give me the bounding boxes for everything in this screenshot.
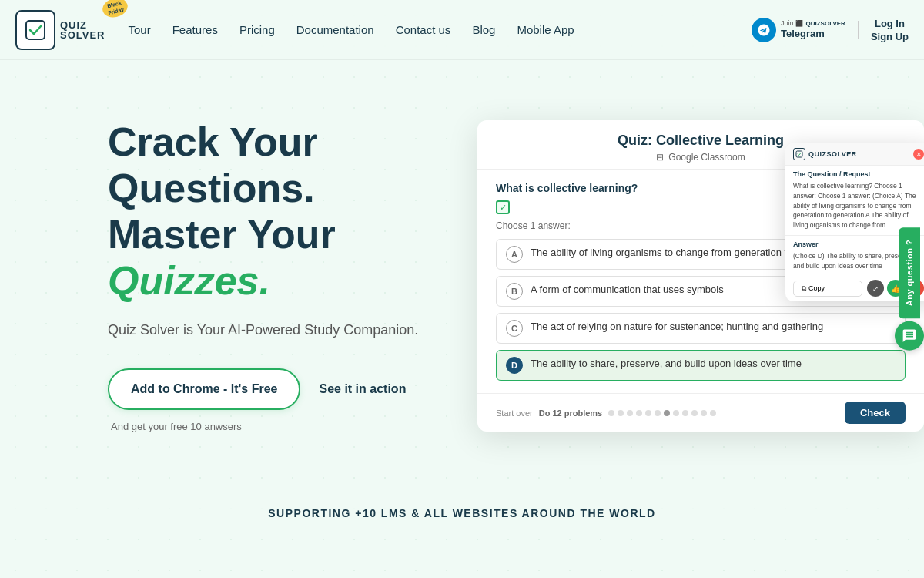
svg-rect-1 [796, 151, 802, 157]
see-in-action-link[interactable]: See it in action [319, 382, 406, 396]
logo-quiz: QUIZ [60, 20, 105, 30]
copy-icon: ⧉ [802, 284, 806, 293]
telegram-icon [752, 18, 776, 42]
nav-auth: Log In Sign Up [871, 18, 909, 42]
logo-checkmark-icon [25, 19, 46, 41]
telegram-text: Join ⬛ QUIZSOLVER Telegram [781, 19, 845, 39]
side-chat-label[interactable]: Any question ? [899, 227, 920, 318]
telegram-join-label: Join ⬛ QUIZSOLVER [781, 19, 845, 28]
progress-dots [608, 410, 716, 416]
dot-5 [645, 410, 651, 416]
nav-signup-button[interactable]: Sign Up [871, 31, 909, 42]
nav-login-button[interactable]: Log In [875, 18, 905, 29]
hero-left: Crack Your Questions. Master Your Quizze… [108, 119, 477, 432]
option-text-d: The ability to share, preserve, and buil… [531, 357, 802, 371]
dot-10 [691, 410, 698, 416]
navbar: QUIZ SOLVER BlackFriday Tour Features Pr… [0, 0, 924, 60]
solver-close-button[interactable]: ✕ [913, 149, 924, 160]
option-text-c: The act of relying on nature for sustena… [531, 320, 823, 334]
dot-8 [673, 410, 679, 416]
nav-mobile[interactable]: Mobile App [517, 23, 574, 36]
option-letter-a: A [506, 246, 523, 263]
hero-heading-italic: Quizzes. [108, 258, 270, 303]
nav-links: Tour Features Pricing Documentation Cont… [129, 23, 752, 36]
google-classroom-icon: ⊟ [656, 152, 664, 163]
check-button[interactable]: Check [845, 402, 906, 424]
support-banner: SUPPORTING +10 LMS & ALL WEBSITES AROUND… [0, 492, 924, 535]
expand-button[interactable]: ⤢ [867, 280, 884, 297]
do-problems-label: Do 12 problems [539, 408, 603, 418]
logo-badge: BlackFriday [101, 0, 130, 20]
hero-heading-line2-plain: Master Your [108, 212, 336, 257]
quiz-checkbox-icon: ✓ [496, 200, 510, 214]
logo-solver: SOLVER [60, 30, 105, 40]
quiz-footer: Start over Do 12 problems [477, 393, 924, 432]
dot-7 [664, 410, 670, 416]
dot-3 [627, 410, 633, 416]
logo-box [15, 10, 55, 50]
dot-1 [608, 410, 614, 416]
dot-12 [710, 410, 716, 416]
support-text: SUPPORTING +10 LMS & ALL WEBSITES AROUND… [15, 507, 909, 519]
hero-heading: Crack Your Questions. Master Your Quizze… [108, 119, 447, 304]
copy-label: Copy [808, 284, 825, 292]
hero-subheading: Quiz Solver is Your AI-Powered Study Com… [108, 320, 447, 341]
svg-rect-0 [26, 21, 45, 39]
hero-right: Quiz: Collective Learning ⊟ Google Class… [477, 120, 924, 432]
option-letter-b: B [506, 283, 523, 300]
nav-features[interactable]: Features [172, 23, 218, 36]
nav-tour[interactable]: Tour [129, 23, 151, 36]
solver-popup-header: QUIZSOLVER ✕ [785, 143, 924, 166]
telegram-name: Telegram [781, 28, 845, 40]
copy-button[interactable]: ⧉ Copy [793, 281, 862, 297]
dot-4 [636, 410, 642, 416]
dot-6 [654, 410, 661, 416]
nav-right: Join ⬛ QUIZSOLVER Telegram Log In Sign U… [752, 18, 909, 42]
hero-note: And get your free 10 anwsers [111, 421, 447, 432]
add-to-chrome-button[interactable]: Add to Chrome - It's Free [108, 368, 300, 410]
logo[interactable]: QUIZ SOLVER BlackFriday [15, 10, 105, 50]
nav-pricing[interactable]: Pricing [239, 23, 275, 36]
hero-section: Crack Your Questions. Master Your Quizze… [0, 60, 924, 492]
side-chat-icon[interactable] [895, 321, 924, 351]
nav-divider [858, 21, 859, 39]
nav-contact[interactable]: Contact us [396, 23, 451, 36]
telegram-button[interactable]: Join ⬛ QUIZSOLVER Telegram [752, 18, 845, 42]
option-letter-c: C [506, 320, 523, 337]
solver-popup-logo: QUIZSOLVER [793, 148, 857, 160]
solver-logo-text: QUIZSOLVER [808, 150, 857, 158]
start-over-label[interactable]: Start over [496, 408, 533, 418]
solver-question-title: The Question / Request [785, 166, 924, 180]
hero-buttons: Add to Chrome - It's Free See it in acti… [108, 368, 447, 410]
nav-documentation[interactable]: Documentation [296, 23, 374, 36]
solver-logo-box [793, 148, 805, 160]
quiz-progress: Start over Do 12 problems [496, 408, 716, 418]
option-letter-d: D [506, 357, 523, 374]
dot-11 [701, 410, 707, 416]
quiz-option-d[interactable]: D The ability to share, preserve, and bu… [496, 350, 906, 381]
side-chat[interactable]: Any question ? [895, 227, 924, 351]
dot-9 [682, 410, 688, 416]
quiz-option-c[interactable]: C The act of relying on nature for suste… [496, 313, 906, 344]
dot-2 [618, 410, 624, 416]
option-text-b: A form of communication that uses symbol… [531, 283, 724, 297]
nav-blog[interactable]: Blog [472, 23, 495, 36]
hero-heading-line1: Crack Your Questions. [108, 119, 318, 210]
logo-text: QUIZ SOLVER BlackFriday [60, 20, 105, 40]
